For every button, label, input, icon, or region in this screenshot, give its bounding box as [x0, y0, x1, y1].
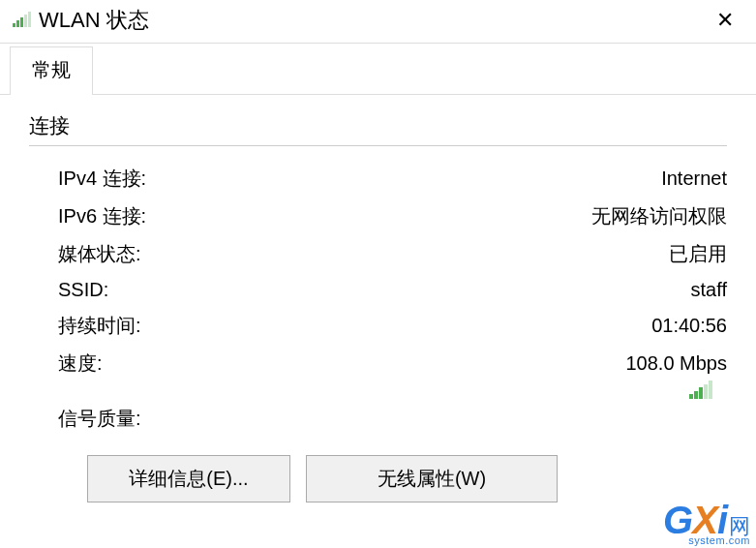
content-area: 连接 IPv4 连接: Internet IPv6 连接: 无网络访问权限 媒体… [0, 95, 756, 512]
value-ipv4: Internet [661, 167, 727, 190]
value-media-state: 已启用 [669, 241, 727, 267]
label-ipv4: IPv4 连接: [58, 166, 146, 192]
watermark: GXi网 system.com [663, 501, 750, 546]
signal-strength-icon [688, 381, 713, 400]
svg-rect-2 [20, 17, 23, 27]
wireless-properties-button[interactable]: 无线属性(W) [306, 455, 558, 502]
value-ipv6: 无网络访问权限 [591, 203, 727, 229]
title-bar: WLAN 状态 ✕ [0, 0, 756, 44]
label-media-state: 媒体状态: [58, 241, 141, 267]
tab-strip: 常规 [0, 46, 756, 95]
svg-rect-0 [13, 23, 15, 27]
section-connection-title: 连接 [29, 112, 727, 139]
label-ssid: SSID: [58, 279, 108, 301]
svg-rect-8 [704, 384, 708, 399]
tab-general[interactable]: 常规 [10, 46, 93, 95]
close-button[interactable]: ✕ [706, 8, 744, 33]
wifi-signal-icon [12, 12, 31, 29]
row-signal-icon [29, 381, 727, 400]
svg-rect-4 [28, 12, 31, 27]
details-button[interactable]: 详细信息(E)... [87, 455, 290, 502]
row-ipv6: IPv6 连接: 无网络访问权限 [29, 198, 727, 235]
window-title: WLAN 状态 [39, 6, 706, 35]
svg-rect-1 [16, 20, 19, 27]
svg-rect-6 [694, 391, 698, 399]
label-ipv6: IPv6 连接: [58, 203, 146, 229]
value-ssid: staff [691, 279, 727, 301]
svg-rect-7 [699, 387, 703, 399]
row-duration: 持续时间: 01:40:56 [29, 307, 727, 345]
row-speed: 速度: 108.0 Mbps [29, 345, 727, 382]
section-divider [29, 145, 727, 146]
button-row: 详细信息(E)... 无线属性(W) [29, 455, 727, 502]
label-duration: 持续时间: [58, 313, 141, 339]
svg-rect-3 [24, 15, 27, 27]
svg-rect-9 [709, 381, 712, 399]
row-media-state: 媒体状态: 已启用 [29, 235, 727, 273]
label-signal-quality: 信号质量: [29, 402, 727, 438]
value-duration: 01:40:56 [651, 315, 727, 337]
row-ipv4: IPv4 连接: Internet [29, 160, 727, 198]
label-speed: 速度: [58, 350, 103, 377]
value-speed: 108.0 Mbps [625, 352, 727, 375]
svg-rect-5 [689, 394, 693, 399]
row-ssid: SSID: staff [29, 273, 727, 307]
